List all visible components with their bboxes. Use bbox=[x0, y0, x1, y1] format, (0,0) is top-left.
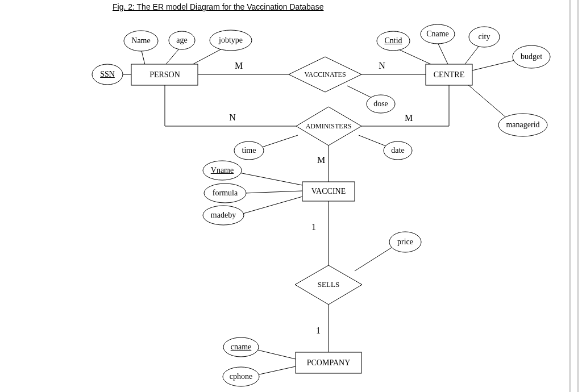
entity-vaccine: VACCINE bbox=[311, 187, 346, 196]
svg-line-12 bbox=[465, 44, 480, 64]
attr-cntid: Cntid bbox=[384, 36, 402, 45]
attr-city: city bbox=[479, 32, 490, 41]
attr-dose: dose bbox=[373, 99, 388, 109]
svg-line-13 bbox=[472, 60, 517, 70]
entity-pcompany: PCOMPANY bbox=[307, 358, 351, 368]
attr-date: date bbox=[391, 146, 404, 155]
card-administers-vaccine: M bbox=[317, 155, 325, 165]
attr-name: Name bbox=[131, 36, 150, 45]
svg-line-16 bbox=[244, 191, 302, 193]
card-administers-centre: M bbox=[405, 113, 413, 123]
attr-ssn: SSN bbox=[100, 70, 115, 79]
svg-line-17 bbox=[241, 197, 302, 214]
svg-line-21 bbox=[255, 349, 296, 359]
attr-madeby: madeby bbox=[211, 211, 236, 220]
er-svg bbox=[0, 0, 582, 392]
attr-formula: formula bbox=[213, 189, 238, 198]
attr-price: price bbox=[397, 237, 413, 247]
rel-sells: SELLS bbox=[318, 280, 339, 289]
er-diagram: Fig. 2: The ER model Diagram for the Vac… bbox=[0, 0, 582, 392]
svg-line-19 bbox=[355, 245, 395, 271]
attr-age: age bbox=[176, 36, 187, 45]
attr-vname: Vname bbox=[211, 166, 234, 175]
svg-line-15 bbox=[236, 172, 302, 185]
entity-centre: CENTRE bbox=[434, 70, 464, 80]
attr-jobtype: jobtype bbox=[219, 36, 243, 45]
card-vaccinates-person: M bbox=[235, 61, 243, 71]
card-administers-person: N bbox=[229, 112, 236, 123]
card-sells-vaccine: 1 bbox=[311, 222, 316, 232]
attr-budget: budget bbox=[521, 52, 542, 61]
attr-time: time bbox=[242, 146, 256, 155]
rel-administers: ADMINISTERS bbox=[306, 122, 352, 131]
card-sells-pcompany: 1 bbox=[316, 326, 321, 336]
svg-line-22 bbox=[257, 366, 296, 375]
rel-vaccinates: VACCINATES bbox=[304, 70, 346, 79]
svg-line-11 bbox=[438, 43, 448, 64]
svg-line-14 bbox=[467, 84, 512, 122]
card-vaccinates-centre: N bbox=[379, 61, 385, 71]
entity-person: PERSON bbox=[149, 70, 180, 80]
svg-line-10 bbox=[396, 48, 431, 64]
svg-line-7 bbox=[166, 48, 180, 64]
attr-cname-pcompany: cname bbox=[231, 343, 252, 352]
attr-cname-centre: Cname bbox=[426, 30, 449, 39]
svg-line-4 bbox=[259, 135, 298, 148]
attr-cphone: cphone bbox=[230, 372, 252, 381]
attr-managerid: managerid bbox=[506, 120, 539, 130]
